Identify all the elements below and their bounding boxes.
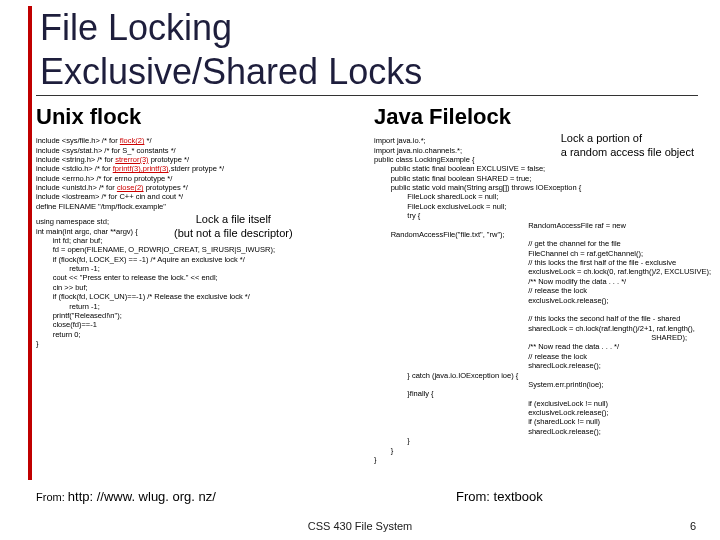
- left-column: Unix flock include <sys/file.h> /* for f…: [36, 104, 366, 464]
- left-includes: include <sys/file.h> /* for flock(2) */i…: [36, 136, 366, 211]
- annot-lock-portion: Lock a portion of a random access file o…: [561, 132, 694, 160]
- annot-lock-portion-l2: a random access file object: [561, 146, 694, 160]
- from-left: From: http: //www. wlug. org. nz/: [36, 489, 216, 504]
- slide-title-2: Exclusive/Shared Locks: [40, 52, 698, 92]
- divider: [36, 95, 698, 96]
- footer: CSS 430 File System: [0, 520, 720, 532]
- from-right: From: textbook: [456, 489, 543, 504]
- annot-lock-file-l1: Lock a file itself: [174, 213, 293, 227]
- from-right-text: From: textbook: [456, 489, 543, 504]
- right-code-body: import java.io.*; import java.nio.channe…: [374, 136, 698, 464]
- left-heading: Unix flock: [36, 104, 366, 130]
- slide-title-1: File Locking: [40, 8, 698, 48]
- annot-lock-file-l2: (but not a file descriptor): [174, 227, 293, 241]
- page-number: 6: [690, 520, 696, 532]
- content-columns: Unix flock include <sys/file.h> /* for f…: [36, 104, 698, 464]
- right-heading: Java Filelock: [374, 104, 698, 130]
- from-left-url: http: //www. wlug. org. nz/: [68, 489, 216, 504]
- from-left-label: From:: [36, 491, 65, 503]
- accent-bar: [28, 6, 32, 480]
- right-column: Java Filelock Lock a portion of a random…: [374, 104, 698, 464]
- annot-lock-portion-l1: Lock a portion of: [561, 132, 694, 146]
- annot-lock-file: Lock a file itself (but not a file descr…: [174, 213, 293, 241]
